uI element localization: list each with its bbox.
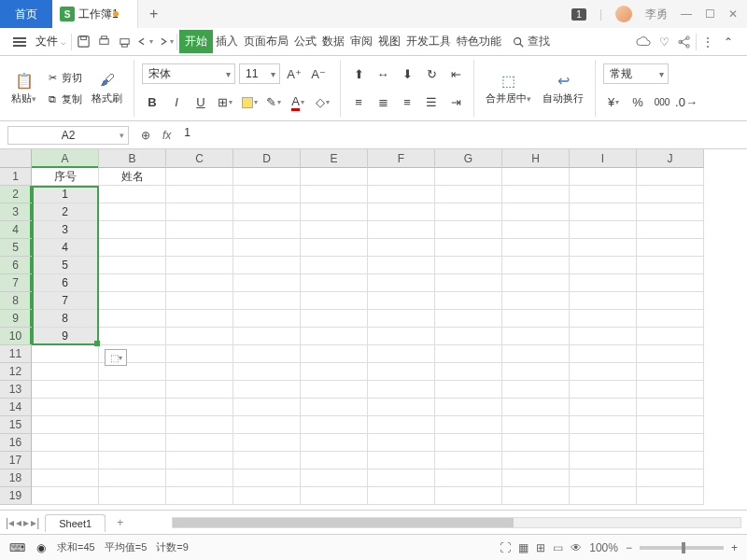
col-header[interactable]: G bbox=[435, 149, 502, 168]
cell[interactable] bbox=[301, 381, 368, 399]
cell[interactable] bbox=[301, 434, 368, 452]
cell[interactable] bbox=[166, 292, 233, 310]
close-icon[interactable]: ✕ bbox=[728, 7, 738, 21]
cell[interactable] bbox=[368, 416, 435, 434]
cell[interactable] bbox=[502, 345, 570, 363]
cell[interactable] bbox=[368, 292, 435, 310]
cell[interactable] bbox=[637, 274, 704, 292]
percent-icon[interactable]: % bbox=[627, 92, 648, 113]
cell[interactable]: 9 bbox=[32, 328, 99, 345]
cell[interactable] bbox=[233, 487, 301, 505]
cell[interactable] bbox=[637, 310, 704, 328]
cell[interactable]: 6 bbox=[32, 274, 99, 292]
row-header[interactable]: 3 bbox=[0, 203, 32, 221]
cut-button[interactable]: ✂剪切 bbox=[44, 69, 84, 87]
cell[interactable] bbox=[233, 221, 301, 239]
cell[interactable] bbox=[99, 257, 166, 274]
cell[interactable] bbox=[166, 452, 233, 469]
cell[interactable] bbox=[637, 434, 704, 452]
cell[interactable] bbox=[166, 186, 233, 203]
cell[interactable] bbox=[368, 328, 435, 345]
cell[interactable] bbox=[435, 345, 502, 363]
underline-button[interactable]: U bbox=[190, 92, 211, 113]
cell[interactable] bbox=[368, 203, 435, 221]
highlight-button[interactable]: ✎ bbox=[263, 92, 284, 113]
format-painter-button[interactable]: 🖌 格式刷 bbox=[88, 69, 126, 107]
home-tab[interactable]: 首页 bbox=[0, 0, 52, 28]
row-header[interactable]: 12 bbox=[0, 363, 32, 381]
cell[interactable] bbox=[368, 487, 435, 505]
tab-formula[interactable]: 公式 bbox=[291, 30, 319, 53]
input-mode-icon[interactable]: ⌨ bbox=[9, 541, 25, 554]
cell[interactable] bbox=[570, 469, 637, 487]
select-all-corner[interactable] bbox=[0, 149, 32, 168]
cell[interactable] bbox=[637, 452, 704, 469]
cell[interactable] bbox=[301, 168, 368, 186]
cell[interactable]: 7 bbox=[32, 292, 99, 310]
cell[interactable]: 4 bbox=[32, 239, 99, 257]
cells[interactable]: 序号姓名123456789 bbox=[32, 168, 704, 505]
cell[interactable] bbox=[301, 469, 368, 487]
col-header[interactable]: E bbox=[301, 149, 368, 168]
minimize-icon[interactable]: — bbox=[681, 7, 692, 21]
cell[interactable] bbox=[99, 221, 166, 239]
indent-inc-icon[interactable]: ⇥ bbox=[445, 92, 466, 113]
row-header[interactable]: 6 bbox=[0, 257, 32, 274]
eye-icon[interactable]: 👁 bbox=[571, 541, 582, 554]
col-header[interactable]: B bbox=[99, 149, 166, 168]
paste-button[interactable]: 📋 粘贴▾ bbox=[7, 69, 40, 107]
col-header[interactable]: J bbox=[637, 149, 704, 168]
cell[interactable] bbox=[99, 487, 166, 505]
tab-review[interactable]: 审阅 bbox=[347, 30, 375, 53]
cell[interactable] bbox=[570, 328, 637, 345]
cell[interactable] bbox=[32, 416, 99, 434]
cell[interactable] bbox=[301, 328, 368, 345]
row-header[interactable]: 1 bbox=[0, 168, 32, 186]
cell[interactable] bbox=[637, 399, 704, 416]
cell[interactable] bbox=[502, 310, 570, 328]
cell[interactable] bbox=[637, 186, 704, 203]
cell[interactable] bbox=[301, 257, 368, 274]
border-button[interactable]: ⊞ bbox=[215, 92, 235, 113]
cell[interactable] bbox=[233, 203, 301, 221]
cell[interactable] bbox=[368, 310, 435, 328]
cell[interactable] bbox=[637, 363, 704, 381]
cell[interactable] bbox=[166, 345, 233, 363]
fill-color-button[interactable] bbox=[239, 92, 260, 113]
cell[interactable] bbox=[570, 452, 637, 469]
cell[interactable]: 序号 bbox=[32, 168, 99, 186]
cell[interactable] bbox=[502, 274, 570, 292]
cell[interactable] bbox=[166, 221, 233, 239]
cell[interactable] bbox=[570, 310, 637, 328]
cell[interactable] bbox=[166, 274, 233, 292]
row-header[interactable]: 15 bbox=[0, 416, 32, 434]
row-header[interactable]: 14 bbox=[0, 399, 32, 416]
cell[interactable] bbox=[233, 416, 301, 434]
increase-font-icon[interactable]: A⁺ bbox=[284, 63, 304, 84]
cell[interactable] bbox=[166, 416, 233, 434]
cell[interactable] bbox=[99, 416, 166, 434]
search-button[interactable]: 查找 bbox=[506, 34, 556, 49]
font-size-select[interactable]: 11 bbox=[239, 63, 280, 84]
print-icon[interactable] bbox=[115, 33, 134, 51]
col-header[interactable]: C bbox=[166, 149, 233, 168]
cell[interactable] bbox=[637, 168, 704, 186]
tab-special[interactable]: 特色功能 bbox=[454, 30, 504, 53]
cell[interactable]: 姓名 bbox=[99, 168, 166, 186]
zoom-level[interactable]: 100% bbox=[589, 541, 618, 554]
row-header[interactable]: 11 bbox=[0, 345, 32, 363]
cell[interactable] bbox=[166, 381, 233, 399]
sheet-next-icon[interactable]: ▸ bbox=[23, 516, 29, 529]
cell[interactable] bbox=[435, 292, 502, 310]
font-name-select[interactable]: 宋体 bbox=[142, 63, 235, 84]
cell[interactable] bbox=[435, 274, 502, 292]
col-header[interactable]: H bbox=[502, 149, 570, 168]
cell[interactable] bbox=[301, 363, 368, 381]
cell[interactable] bbox=[368, 345, 435, 363]
cell[interactable] bbox=[99, 469, 166, 487]
cell[interactable] bbox=[570, 363, 637, 381]
cell[interactable] bbox=[435, 399, 502, 416]
cell[interactable] bbox=[637, 416, 704, 434]
cell[interactable] bbox=[166, 434, 233, 452]
align-top-icon[interactable]: ⬆ bbox=[348, 63, 369, 84]
